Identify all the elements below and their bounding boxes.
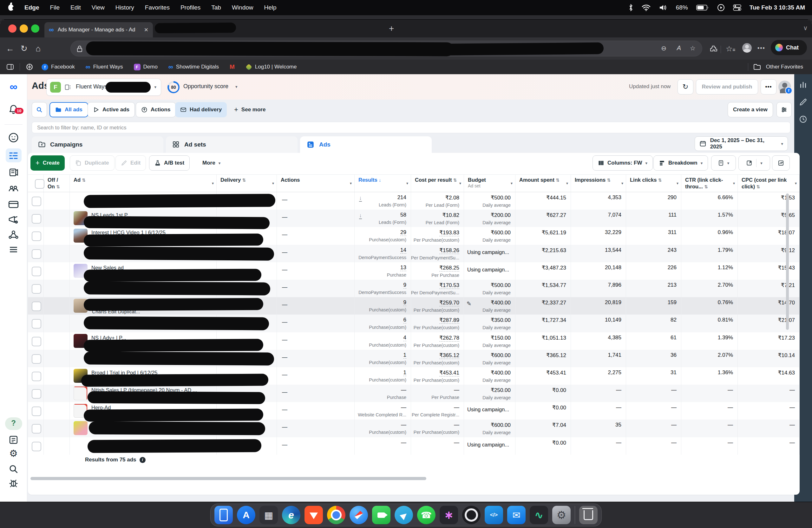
account-selector[interactable]: F Fluent Ways ▾ [46, 79, 161, 96]
results-value[interactable]: 9 [404, 299, 406, 306]
filter-all-ads[interactable]: All ads [49, 102, 88, 117]
create-a-view-button[interactable]: Create a view [728, 102, 773, 117]
reports-button[interactable]: ▾ [711, 156, 736, 171]
back-button[interactable]: ← [3, 44, 17, 54]
bookmark-showtime-digitals[interactable]: ∞Showtime Digitals [169, 63, 219, 71]
opportunity-score-label[interactable]: Opportunity score [183, 83, 228, 90]
results-value[interactable]: 13 [400, 264, 406, 271]
create-button[interactable]: +Create [30, 156, 65, 171]
row-checkbox[interactable] [32, 389, 41, 399]
col-delivery[interactable]: Delivery ⇅▾ [217, 175, 277, 192]
dock-safari-icon[interactable] [350, 506, 368, 524]
dock-asterisk-app-icon[interactable]: ∗ [440, 506, 458, 524]
ad-thumbnail[interactable] [74, 421, 88, 435]
other-favorites[interactable]: Other Favorites [766, 64, 803, 70]
off-on-cell[interactable] [44, 280, 70, 297]
menu-file[interactable]: File [50, 4, 60, 11]
ad-name-cell[interactable] [70, 350, 217, 367]
col-link-clicks[interactable]: Link clicks ⇅▾ [626, 175, 681, 192]
cpr-value[interactable]: ₹158.26 [439, 247, 459, 254]
table-row[interactable]: NS Leads 1st P...—↓58Leads (Form)₹10.82P… [28, 210, 800, 227]
volume-icon[interactable] [659, 4, 668, 11]
table-row[interactable]: Charts Edit Duplicat...—9Purchase(custom… [28, 297, 800, 314]
col-cost-per-result[interactable]: Cost per result ⇅▾ [411, 175, 464, 192]
off-on-cell[interactable] [44, 332, 70, 350]
filter-actions[interactable]: Actions [136, 102, 176, 117]
row-select-cell[interactable] [28, 192, 44, 210]
table-row[interactable]: —1Purchase(custom)₹365.12Per Purchase(cu… [28, 350, 800, 367]
ad-name-cell[interactable] [70, 420, 217, 437]
charts-panel-icon[interactable] [794, 80, 812, 89]
off-on-cell[interactable] [44, 210, 70, 227]
table-row[interactable]: —14DemoPaymentSuccess₹158.26Per DemoPaym… [28, 245, 800, 262]
browser-tab[interactable]: ∞ Ads Manager - Manage ads - Ad ✕ [44, 22, 153, 38]
row-checkbox[interactable] [32, 284, 41, 294]
address-bar[interactable]: ⊖ A ☆ [70, 41, 702, 56]
results-value[interactable]: 1 [404, 369, 406, 376]
bookmark-fluent-ways[interactable]: ∞Fluent Ways [86, 63, 123, 71]
events-connections-icon[interactable] [0, 229, 27, 240]
tab-campaigns[interactable]: Campaigns [32, 136, 163, 153]
download-results-icon[interactable]: ↓ [359, 195, 362, 202]
dock-edge-icon[interactable]: e [282, 506, 300, 524]
cpr-value[interactable]: ₹453.41 [439, 370, 459, 377]
row-select-cell[interactable] [28, 402, 44, 420]
dock-waveform-app-icon[interactable]: ∿ [530, 506, 548, 524]
settings-gear-icon[interactable]: ⚙ [0, 448, 27, 459]
dock-trash-icon[interactable] [579, 506, 598, 524]
home-button[interactable]: ⌂ [31, 44, 45, 54]
table-row[interactable]: —6Purchase(custom)₹287.89Per Purchase(cu… [28, 314, 800, 332]
sidebar-toggle-icon[interactable] [6, 63, 14, 71]
trends-button[interactable] [772, 156, 790, 171]
billing-icon[interactable] [0, 199, 27, 210]
row-select-cell[interactable] [28, 385, 44, 402]
dock-app-store-icon[interactable]: A [237, 506, 255, 524]
filter-see-more[interactable]: + See more [229, 102, 271, 117]
new-tab-button[interactable]: + [389, 24, 394, 34]
cpr-value[interactable]: ₹365.12 [439, 352, 459, 359]
control-center-icon[interactable] [733, 4, 741, 11]
table-row[interactable]: Hero-Ad——Website Completed R...—Per Comp… [28, 402, 800, 420]
row-checkbox[interactable] [32, 232, 41, 241]
menu-favorites[interactable]: Favorites [145, 4, 170, 11]
dock-telegram-icon[interactable]: ▶ [395, 506, 413, 524]
off-on-cell[interactable] [44, 367, 70, 385]
row-select-cell[interactable] [28, 262, 44, 280]
off-on-cell[interactable] [44, 262, 70, 280]
menu-window[interactable]: Window [232, 4, 253, 11]
dock-shutter-app-icon[interactable] [462, 506, 480, 524]
col-amount-spent[interactable]: Amount spent ⇅▾ [516, 175, 571, 192]
results-value[interactable]: 9 [404, 282, 406, 289]
bookmark-log10[interactable]: Log10 | Welcome [246, 64, 297, 70]
menu-tab[interactable]: Tab [211, 4, 221, 11]
ads-reporting-icon[interactable] [0, 167, 27, 178]
horizontal-scrollbar[interactable] [30, 477, 426, 480]
download-results-icon[interactable]: ↓ [359, 213, 362, 219]
ad-name-cell[interactable]: New Sales ad [70, 262, 217, 280]
off-on-cell[interactable] [44, 437, 70, 455]
col-off-on[interactable]: Off / On ⇅ [44, 175, 70, 192]
filter-active-ads[interactable]: Active ads [88, 102, 135, 117]
dock-mail-icon[interactable]: ✉ [507, 506, 525, 524]
export-button[interactable]: ▾ [738, 156, 770, 171]
results-value[interactable]: 29 [400, 229, 406, 236]
extensions-icon[interactable] [709, 45, 717, 53]
minimize-window-button[interactable] [20, 25, 28, 33]
tab-ads[interactable]: Ads [300, 136, 432, 153]
dock-whatsapp-icon[interactable]: ☎ [417, 506, 435, 524]
ad-name-cell[interactable] [70, 245, 217, 262]
ad-name-cell[interactable]: Broad | Trial in Pod | 6/12/25 [70, 367, 217, 385]
results-value[interactable]: 1 [404, 352, 406, 359]
menu-profiles[interactable]: Profiles [180, 4, 201, 11]
dock-facetime-icon[interactable] [372, 506, 390, 524]
ad-name-cell[interactable]: Interest | HCG Video 1 | 6/12/25 [70, 227, 217, 245]
bug-report-icon[interactable] [0, 478, 27, 488]
ad-name-cell[interactable]: NS Leads 1st P... [70, 210, 217, 227]
menu-view[interactable]: View [92, 4, 105, 11]
edit-panel-icon[interactable] [794, 98, 812, 106]
ab-test-button[interactable]: A/B test [149, 156, 190, 171]
col-ctr[interactable]: CTR (link click-throu... ⇅▾ [681, 175, 738, 192]
results-value[interactable]: 6 [404, 317, 406, 323]
more-button[interactable]: More▾ [197, 156, 226, 171]
col-cpc[interactable]: CPC (cost per link click) ⇅▾ [738, 175, 800, 192]
